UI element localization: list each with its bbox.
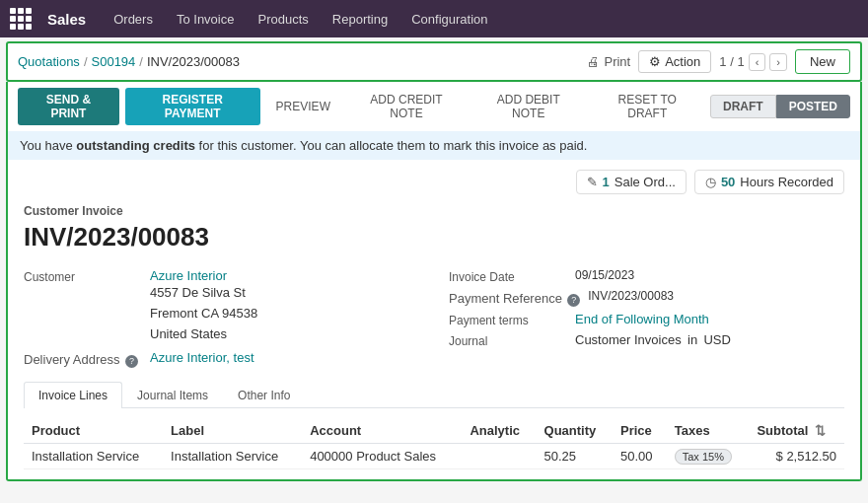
- top-nav: Sales Orders To Invoice Products Reporti…: [0, 0, 868, 37]
- breadcrumb-current: INV/2023/00083: [147, 54, 240, 69]
- app-grid-icon[interactable]: [10, 8, 32, 30]
- action-label: Action: [665, 54, 700, 69]
- customer-section: Customer Azure Interior 4557 De Silva St…: [24, 268, 419, 368]
- cell-taxes: Tax 15%: [667, 444, 750, 469]
- right-fields: Invoice Date 09/15/2023 Payment Referenc…: [449, 268, 844, 368]
- customer-label: Customer: [24, 268, 142, 284]
- action-bar: Quotations / S00194 / INV/2023/00083 🖨 P…: [6, 41, 862, 82]
- tax-badge: Tax 15%: [675, 449, 732, 465]
- cell-subtotal: $ 2,512.50: [749, 444, 844, 469]
- payment-ref-field: Payment Reference ? INV/2023/00083: [449, 289, 844, 307]
- payment-ref-value: INV/2023/00083: [588, 289, 674, 303]
- address-line3: United States: [150, 324, 257, 345]
- stat-sale-orders[interactable]: ✎ 1 Sale Ord...: [576, 170, 687, 194]
- payment-terms-label: Payment terms: [449, 312, 567, 327]
- printer-icon: 🖨: [587, 54, 600, 69]
- customer-address: 4557 De Silva St Fremont CA 94538 United…: [150, 283, 257, 344]
- cell-quantity: 50.25: [537, 444, 614, 469]
- alert-suffix: for this customer. You can allocate them…: [195, 138, 587, 153]
- new-button[interactable]: New: [795, 49, 850, 74]
- delivery-value[interactable]: Azure Interior, test: [150, 350, 254, 365]
- customer-name-link[interactable]: Azure Interior: [150, 268, 227, 283]
- fields-grid: Customer Azure Interior 4557 De Silva St…: [24, 268, 844, 368]
- add-credit-note-button[interactable]: ADD CREDIT NOTE: [346, 88, 467, 125]
- nav-orders[interactable]: Orders: [111, 8, 155, 31]
- breadcrumb-sep-2: /: [139, 54, 143, 69]
- sort-icon[interactable]: ⇅: [815, 423, 826, 438]
- invoice-date-value: 09/15/2023: [575, 268, 634, 282]
- nav-reporting[interactable]: Reporting: [330, 8, 390, 31]
- main-content: ✎ 1 Sale Ord... ◷ 50 Hours Recorded Cust…: [6, 160, 862, 481]
- toolbar: SEND & PRINT REGISTER PAYMENT PREVIEW AD…: [6, 82, 862, 131]
- payment-terms-field: Payment terms End of Following Month: [449, 312, 844, 327]
- add-debit-note-button[interactable]: ADD DEBIT NOTE: [472, 88, 584, 125]
- print-label: Print: [604, 54, 630, 69]
- invoice-date-label: Invoice Date: [449, 268, 567, 284]
- pager-prev[interactable]: ‹: [749, 53, 766, 71]
- delivery-help-icon[interactable]: ?: [125, 355, 138, 368]
- register-payment-button[interactable]: REGISTER PAYMENT: [125, 88, 260, 125]
- pager-next[interactable]: ›: [769, 53, 787, 71]
- breadcrumb-s00194[interactable]: S00194: [92, 54, 136, 69]
- invoice-lines-table: Product Label Account Analytic Quantity …: [24, 418, 844, 469]
- status-posted: POSTED: [776, 95, 850, 118]
- nav-to-invoice[interactable]: To Invoice: [175, 8, 237, 31]
- address-line1: 4557 De Silva St: [150, 283, 257, 304]
- payment-ref-label: Payment Reference ?: [449, 289, 580, 307]
- status-draft[interactable]: DRAFT: [710, 95, 776, 118]
- breadcrumb-sep-1: /: [84, 54, 88, 69]
- breadcrumb: Quotations / S00194 / INV/2023/00083: [18, 54, 240, 69]
- invoice-type: Customer Invoice: [24, 204, 844, 218]
- journal-value: Customer Invoices in USD: [575, 332, 731, 347]
- tab-other-info[interactable]: Other Info: [223, 382, 305, 408]
- col-price: Price: [613, 418, 667, 444]
- nav-items: Orders To Invoice Products Reporting Con…: [111, 8, 489, 31]
- table-body: Installation Service Installation Servic…: [24, 444, 844, 469]
- stat-sale-orders-label: Sale Ord...: [615, 175, 676, 189]
- pager-text: 1 / 1: [719, 54, 744, 69]
- status-bar: DRAFT POSTED: [710, 95, 850, 118]
- col-product: Product: [24, 418, 163, 444]
- nav-products[interactable]: Products: [255, 8, 310, 31]
- alert-bar: You have outstanding credits for this cu…: [6, 131, 862, 160]
- alert-prefix: You have: [20, 138, 76, 153]
- alert-highlight: outstanding credits: [76, 138, 195, 153]
- payment-ref-help-icon[interactable]: ?: [567, 294, 580, 307]
- tab-invoice-lines[interactable]: Invoice Lines: [24, 382, 122, 408]
- tabs: Invoice Lines Journal Items Other Info: [24, 382, 844, 408]
- col-account: Account: [302, 418, 462, 444]
- col-label: Label: [163, 418, 302, 444]
- cell-product: Installation Service: [24, 444, 163, 469]
- stat-hours-recorded[interactable]: ◷ 50 Hours Recorded: [694, 170, 844, 194]
- send-print-button[interactable]: SEND & PRINT: [18, 88, 119, 125]
- journal-label: Journal: [449, 332, 567, 348]
- reset-to-draft-button[interactable]: RESET TO DRAFT: [591, 88, 705, 125]
- delivery-label: Delivery Address ?: [24, 350, 142, 368]
- payment-terms-value[interactable]: End of Following Month: [575, 312, 709, 326]
- preview-button[interactable]: PREVIEW: [266, 95, 340, 118]
- customer-field: Customer Azure Interior 4557 De Silva St…: [24, 268, 419, 344]
- action-button[interactable]: ⚙ Action: [638, 50, 711, 73]
- delivery-field: Delivery Address ? Azure Interior, test: [24, 350, 419, 368]
- breadcrumb-quotations[interactable]: Quotations: [18, 54, 80, 69]
- action-right: 🖨 Print ⚙ Action 1 / 1 ‹ › New: [587, 49, 850, 74]
- stats-bar: ✎ 1 Sale Ord... ◷ 50 Hours Recorded: [24, 170, 844, 194]
- pager: 1 / 1 ‹ ›: [719, 53, 787, 71]
- cell-price: 50.00: [613, 444, 667, 469]
- edit-icon: ✎: [587, 175, 598, 189]
- col-taxes: Taxes: [667, 418, 750, 444]
- stat-sale-orders-count: 1: [603, 175, 610, 189]
- table-header: Product Label Account Analytic Quantity …: [24, 418, 844, 444]
- col-analytic: Analytic: [462, 418, 536, 444]
- cell-analytic: [462, 444, 536, 469]
- col-quantity: Quantity: [537, 418, 614, 444]
- table-row: Installation Service Installation Servic…: [24, 444, 844, 469]
- cell-label: Installation Service: [163, 444, 302, 469]
- tab-journal-items[interactable]: Journal Items: [122, 382, 223, 408]
- app-name: Sales: [47, 11, 86, 28]
- nav-configuration[interactable]: Configuration: [409, 8, 489, 31]
- stat-hours-label: Hours Recorded: [740, 175, 833, 189]
- customer-value: Azure Interior 4557 De Silva St Fremont …: [150, 268, 257, 344]
- print-button[interactable]: 🖨 Print: [587, 54, 630, 69]
- stat-hours-count: 50: [721, 175, 735, 189]
